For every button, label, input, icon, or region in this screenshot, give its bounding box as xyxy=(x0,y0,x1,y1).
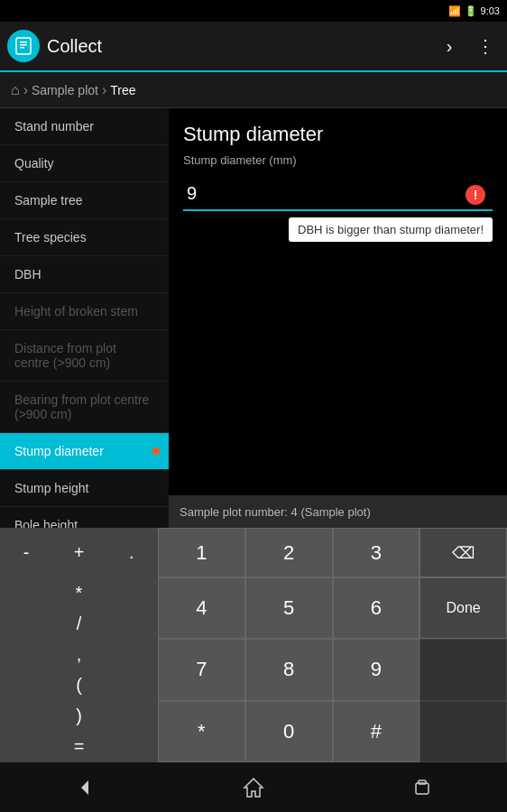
keyboard-body: * / , ( ) = 4 5 6 Done 7 8 9 * 0 # xyxy=(0,577,507,762)
next-button[interactable]: › xyxy=(435,32,464,60)
home-icon[interactable]: ⌂ xyxy=(11,82,20,98)
sidebar-item-height-broken-stem: Height of broken stem xyxy=(0,293,169,330)
input-container: ! DBH is bigger than stump diameter! xyxy=(183,178,493,211)
breadcrumb: ⌂ › Sample plot › Tree xyxy=(0,72,507,108)
stump-diameter-input[interactable] xyxy=(183,178,493,211)
sidebar: Stand number Quality Sample tree Tree sp… xyxy=(0,108,169,528)
breadcrumb-sample-plot[interactable]: Sample plot xyxy=(32,83,98,97)
key-bottom-placeholder xyxy=(419,701,507,762)
status-bar: 📶 🔋 9:03 xyxy=(0,0,507,22)
sidebar-item-tree-species[interactable]: Tree species xyxy=(0,219,169,256)
key-row-3: * 0 # xyxy=(158,701,507,762)
app-bar: Collect › ⋮ xyxy=(0,22,507,72)
keyboard-area: - + . 1 2 3 ⌫ * / , ( ) = 4 5 xyxy=(0,528,507,762)
key-4[interactable]: 4 xyxy=(158,577,245,639)
sidebar-item-distance-plot-centre: Distance from plot centre (>900 cm) xyxy=(0,330,169,382)
content-area: Stump diameter Stump diameter (mm) ! DBH… xyxy=(169,108,507,528)
keyboard-main-top: 1 2 3 ⌫ xyxy=(158,528,507,577)
battery-icon: 🔋 xyxy=(465,5,477,17)
sidebar-item-stump-diameter[interactable]: Stump diameter xyxy=(0,433,169,470)
sidebar-item-dbh[interactable]: DBH xyxy=(0,256,169,293)
sidebar-item-bole-height[interactable]: Bole height xyxy=(0,507,169,528)
recent-nav-button[interactable] xyxy=(395,770,449,806)
main-layout: Stand number Quality Sample tree Tree sp… xyxy=(0,108,507,528)
back-nav-button[interactable] xyxy=(58,770,112,806)
keyboard-special-bottom: * / , ( ) = xyxy=(0,577,158,762)
key-plus[interactable]: + xyxy=(52,528,105,577)
key-asterisk-special[interactable]: * xyxy=(0,577,158,608)
key-row-2: 7 8 9 xyxy=(158,639,507,700)
breadcrumb-chevron-1: › xyxy=(23,82,28,98)
sample-plot-status: Sample plot number: 4 (Sample plot) xyxy=(169,495,507,528)
app-icon xyxy=(7,30,40,62)
key-9[interactable]: 9 xyxy=(333,639,420,700)
home-nav-button[interactable] xyxy=(226,770,281,806)
key-hash[interactable]: # xyxy=(333,701,420,762)
key-3[interactable]: 3 xyxy=(333,528,420,577)
svg-rect-7 xyxy=(419,780,426,784)
breadcrumb-tree[interactable]: Tree xyxy=(110,83,135,97)
content-title: Stump diameter xyxy=(183,123,493,146)
app-title: Collect xyxy=(47,36,435,57)
error-tooltip: DBH is bigger than stump diameter! xyxy=(289,217,493,242)
error-icon: ! xyxy=(466,185,485,205)
svg-rect-2 xyxy=(20,44,27,46)
key-7[interactable]: 7 xyxy=(158,639,245,700)
app-bar-actions: › ⋮ xyxy=(435,32,500,60)
sidebar-item-stand-number[interactable]: Stand number xyxy=(0,108,169,145)
keyboard-special-keys: - + . xyxy=(0,528,158,577)
status-icons: 📶 🔋 9:03 xyxy=(448,5,500,17)
svg-rect-6 xyxy=(416,783,429,794)
key-dot[interactable]: . xyxy=(106,528,158,577)
key-open-paren[interactable]: ( xyxy=(0,670,158,701)
key-8[interactable]: 8 xyxy=(245,639,333,700)
key-5[interactable]: 5 xyxy=(245,577,333,639)
nav-bar xyxy=(0,762,507,812)
signal-icon: 📶 xyxy=(448,5,461,17)
done-key[interactable]: Done xyxy=(419,577,507,639)
key-comma[interactable]: , xyxy=(0,639,158,669)
breadcrumb-chevron-2: › xyxy=(102,82,106,98)
time-display: 9:03 xyxy=(481,5,500,16)
key-star[interactable]: * xyxy=(158,701,245,762)
key-row-0: 1 2 3 ⌫ xyxy=(158,528,507,577)
key-2[interactable]: 2 xyxy=(245,528,333,577)
keyboard-top-row: - + . 1 2 3 ⌫ xyxy=(0,528,507,577)
field-label: Stump diameter (mm) xyxy=(183,153,493,167)
key-slash[interactable]: / xyxy=(0,608,158,639)
sidebar-item-bearing-plot-centre: Bearing from plot centre (>900 cm) xyxy=(0,382,169,433)
menu-button[interactable]: ⋮ xyxy=(471,32,500,60)
keyboard-numpad: 4 5 6 Done 7 8 9 * 0 # xyxy=(158,577,507,762)
svg-rect-0 xyxy=(16,38,31,54)
svg-marker-4 xyxy=(81,780,88,795)
key-row-1: 4 5 6 Done xyxy=(158,577,507,639)
key-close-paren[interactable]: ) xyxy=(0,701,158,732)
key-6[interactable]: 6 xyxy=(333,577,420,639)
sidebar-item-quality[interactable]: Quality xyxy=(0,145,169,182)
svg-rect-3 xyxy=(20,47,24,49)
key-equals[interactable]: = xyxy=(0,732,158,762)
svg-rect-1 xyxy=(20,42,27,43)
key-done-placeholder xyxy=(419,639,507,700)
key-1[interactable]: 1 xyxy=(158,528,245,577)
key-minus[interactable]: - xyxy=(0,528,52,577)
key-0[interactable]: 0 xyxy=(245,701,333,762)
svg-marker-5 xyxy=(244,779,263,797)
backspace-key[interactable]: ⌫ xyxy=(419,528,507,577)
sidebar-item-sample-tree[interactable]: Sample tree xyxy=(0,182,169,219)
sidebar-item-stump-height[interactable]: Stump height xyxy=(0,470,169,507)
